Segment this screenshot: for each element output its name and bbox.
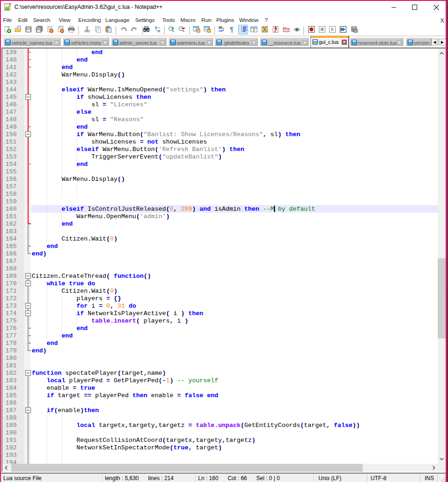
svg-text:b: b	[155, 26, 157, 30]
svg-text:¶: ¶	[230, 26, 234, 33]
